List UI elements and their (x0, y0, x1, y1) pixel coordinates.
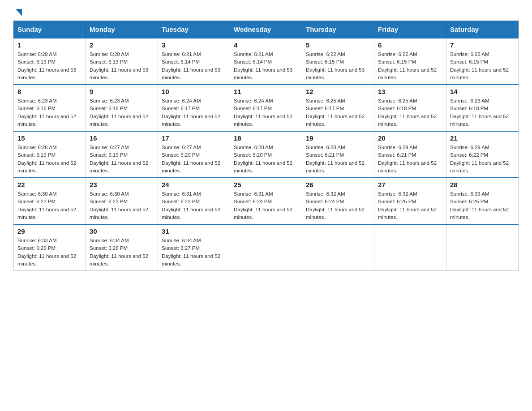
day-number: 1 (17, 41, 82, 49)
day-number: 16 (90, 134, 154, 142)
day-info: Sunrise: 6:20 AMSunset: 6:13 PMDaylight:… (17, 51, 82, 81)
day-info: Sunrise: 6:21 AMSunset: 6:14 PMDaylight:… (234, 51, 298, 81)
logo (13, 9, 24, 16)
day-info: Sunrise: 6:30 AMSunset: 6:23 PMDaylight:… (90, 190, 154, 221)
table-row: 5 Sunrise: 6:22 AMSunset: 6:15 PMDayligh… (302, 38, 374, 85)
day-info: Sunrise: 6:20 AMSunset: 6:13 PMDaylight:… (90, 51, 154, 81)
table-row: 8 Sunrise: 6:23 AMSunset: 6:16 PMDayligh… (14, 85, 86, 131)
table-row: 10 Sunrise: 6:24 AMSunset: 6:17 PMDaylig… (158, 85, 230, 131)
day-info: Sunrise: 6:25 AMSunset: 6:18 PMDaylight:… (378, 97, 442, 128)
day-info: Sunrise: 6:30 AMSunset: 6:22 PMDaylight:… (17, 190, 82, 221)
day-info: Sunrise: 6:29 AMSunset: 6:22 PMDaylight:… (450, 144, 515, 175)
day-number: 24 (162, 181, 226, 188)
table-row (230, 224, 302, 271)
day-number: 8 (17, 88, 82, 95)
day-number: 19 (306, 134, 370, 142)
day-info: Sunrise: 6:28 AMSunset: 6:20 PMDaylight:… (234, 144, 298, 175)
day-number: 13 (378, 88, 442, 95)
day-info: Sunrise: 6:32 AMSunset: 6:24 PMDaylight:… (306, 190, 370, 221)
page-header (13, 9, 519, 16)
table-row: 1 Sunrise: 6:20 AMSunset: 6:13 PMDayligh… (14, 38, 86, 85)
table-row: 30 Sunrise: 6:34 AMSunset: 6:26 PMDaylig… (86, 224, 158, 271)
day-info: Sunrise: 6:33 AMSunset: 6:26 PMDaylight:… (17, 237, 82, 268)
table-row: 18 Sunrise: 6:28 AMSunset: 6:20 PMDaylig… (230, 131, 302, 178)
table-row: 23 Sunrise: 6:30 AMSunset: 6:23 PMDaylig… (86, 178, 158, 224)
day-info: Sunrise: 6:31 AMSunset: 6:24 PMDaylight:… (234, 190, 298, 221)
day-info: Sunrise: 6:23 AMSunset: 6:16 PMDaylight:… (90, 97, 154, 128)
day-info: Sunrise: 6:34 AMSunset: 6:27 PMDaylight:… (162, 237, 226, 268)
svg-marker-0 (16, 9, 22, 16)
day-number: 22 (17, 181, 82, 188)
day-number: 5 (306, 41, 370, 49)
table-row: 13 Sunrise: 6:25 AMSunset: 6:18 PMDaylig… (374, 85, 446, 131)
calendar-week-row: 15 Sunrise: 6:26 AMSunset: 6:19 PMDaylig… (14, 131, 519, 178)
day-number: 2 (90, 41, 154, 49)
col-sunday: Sunday (14, 21, 86, 39)
col-friday: Friday (374, 21, 446, 39)
table-row: 31 Sunrise: 6:34 AMSunset: 6:27 PMDaylig… (158, 224, 230, 271)
day-info: Sunrise: 6:26 AMSunset: 6:19 PMDaylight:… (17, 144, 82, 175)
table-row (374, 224, 446, 271)
calendar-header-row: Sunday Monday Tuesday Wednesday Thursday… (14, 21, 519, 39)
day-info: Sunrise: 6:27 AMSunset: 6:19 PMDaylight:… (90, 144, 154, 175)
calendar-week-row: 8 Sunrise: 6:23 AMSunset: 6:16 PMDayligh… (14, 85, 519, 131)
table-row: 17 Sunrise: 6:27 AMSunset: 6:20 PMDaylig… (158, 131, 230, 178)
table-row: 7 Sunrise: 6:22 AMSunset: 6:15 PMDayligh… (446, 38, 519, 85)
table-row: 27 Sunrise: 6:32 AMSunset: 6:25 PMDaylig… (374, 178, 446, 224)
day-number: 17 (162, 134, 226, 142)
table-row: 28 Sunrise: 6:33 AMSunset: 6:25 PMDaylig… (446, 178, 519, 224)
day-info: Sunrise: 6:21 AMSunset: 6:14 PMDaylight:… (162, 51, 226, 81)
calendar-week-row: 22 Sunrise: 6:30 AMSunset: 6:22 PMDaylig… (14, 178, 519, 224)
day-number: 4 (234, 41, 298, 49)
table-row: 14 Sunrise: 6:26 AMSunset: 6:18 PMDaylig… (446, 85, 519, 131)
day-info: Sunrise: 6:26 AMSunset: 6:18 PMDaylight:… (450, 97, 515, 128)
day-number: 31 (162, 227, 226, 235)
col-thursday: Thursday (302, 21, 374, 39)
day-info: Sunrise: 6:22 AMSunset: 6:15 PMDaylight:… (306, 51, 370, 81)
table-row: 26 Sunrise: 6:32 AMSunset: 6:24 PMDaylig… (302, 178, 374, 224)
table-row (302, 224, 374, 271)
table-row: 16 Sunrise: 6:27 AMSunset: 6:19 PMDaylig… (86, 131, 158, 178)
day-number: 25 (234, 181, 298, 188)
day-info: Sunrise: 6:31 AMSunset: 6:23 PMDaylight:… (162, 190, 226, 221)
table-row: 20 Sunrise: 6:29 AMSunset: 6:21 PMDaylig… (374, 131, 446, 178)
day-number: 27 (378, 181, 442, 188)
day-info: Sunrise: 6:22 AMSunset: 6:15 PMDaylight:… (450, 51, 515, 81)
calendar-week-row: 29 Sunrise: 6:33 AMSunset: 6:26 PMDaylig… (14, 224, 519, 271)
day-info: Sunrise: 6:24 AMSunset: 6:17 PMDaylight:… (234, 97, 298, 128)
day-number: 20 (378, 134, 442, 142)
day-info: Sunrise: 6:33 AMSunset: 6:25 PMDaylight:… (450, 190, 515, 221)
calendar-week-row: 1 Sunrise: 6:20 AMSunset: 6:13 PMDayligh… (14, 38, 519, 85)
col-monday: Monday (86, 21, 158, 39)
table-row: 11 Sunrise: 6:24 AMSunset: 6:17 PMDaylig… (230, 85, 302, 131)
day-info: Sunrise: 6:24 AMSunset: 6:17 PMDaylight:… (162, 97, 226, 128)
table-row: 25 Sunrise: 6:31 AMSunset: 6:24 PMDaylig… (230, 178, 302, 224)
table-row: 15 Sunrise: 6:26 AMSunset: 6:19 PMDaylig… (14, 131, 86, 178)
day-number: 29 (17, 227, 82, 235)
day-info: Sunrise: 6:23 AMSunset: 6:16 PMDaylight:… (17, 97, 82, 128)
table-row: 12 Sunrise: 6:25 AMSunset: 6:17 PMDaylig… (302, 85, 374, 131)
table-row: 2 Sunrise: 6:20 AMSunset: 6:13 PMDayligh… (86, 38, 158, 85)
logo-triangle-icon (14, 8, 24, 18)
day-info: Sunrise: 6:29 AMSunset: 6:21 PMDaylight:… (378, 144, 442, 175)
day-number: 21 (450, 134, 515, 142)
table-row: 24 Sunrise: 6:31 AMSunset: 6:23 PMDaylig… (158, 178, 230, 224)
day-number: 30 (90, 227, 154, 235)
day-number: 15 (17, 134, 82, 142)
day-number: 11 (234, 88, 298, 95)
day-number: 10 (162, 88, 226, 95)
table-row: 22 Sunrise: 6:30 AMSunset: 6:22 PMDaylig… (14, 178, 86, 224)
day-number: 6 (378, 41, 442, 49)
table-row (446, 224, 519, 271)
day-number: 9 (90, 88, 154, 95)
table-row: 9 Sunrise: 6:23 AMSunset: 6:16 PMDayligh… (86, 85, 158, 131)
day-number: 3 (162, 41, 226, 49)
table-row: 3 Sunrise: 6:21 AMSunset: 6:14 PMDayligh… (158, 38, 230, 85)
table-row: 4 Sunrise: 6:21 AMSunset: 6:14 PMDayligh… (230, 38, 302, 85)
day-number: 26 (306, 181, 370, 188)
day-number: 23 (90, 181, 154, 188)
day-info: Sunrise: 6:32 AMSunset: 6:25 PMDaylight:… (378, 190, 442, 221)
day-info: Sunrise: 6:25 AMSunset: 6:17 PMDaylight:… (306, 97, 370, 128)
day-number: 14 (450, 88, 515, 95)
day-info: Sunrise: 6:22 AMSunset: 6:15 PMDaylight:… (378, 51, 442, 81)
